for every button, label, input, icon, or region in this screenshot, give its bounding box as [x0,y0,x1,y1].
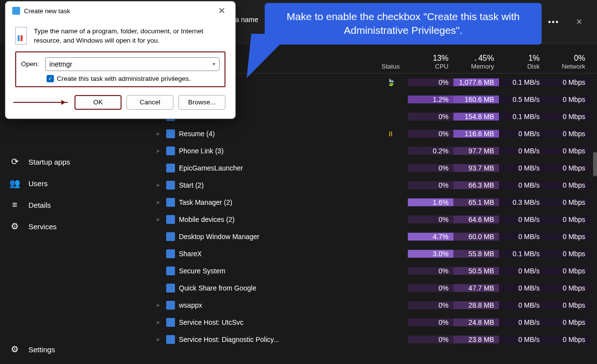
scrollbar[interactable] [593,152,597,176]
col-network[interactable]: 0%Network [545,54,590,70]
cpu-cell: 0% [408,284,453,292]
memory-cell: 50.5 MB [453,267,499,275]
process-icon [166,267,175,275]
memory-cell: 1,077.6 MB [453,78,499,86]
expand-icon[interactable]: > [153,302,162,308]
cpu-cell: 0.2% [408,147,453,155]
process-icon [166,318,175,327]
expand-icon[interactable]: > [153,199,162,205]
chevron-down-icon: ⌄ [473,56,477,62]
process-icon [166,335,175,344]
network-cell: 0 Mbps [545,181,590,189]
cpu-cell: 0% [408,164,453,172]
memory-cell: 93.7 MB [453,164,499,172]
memory-cell: 24.8 MB [453,318,499,326]
expand-icon[interactable]: > [153,131,162,137]
admin-privileges-label: Create this task with administrative pri… [57,75,191,82]
process-icon [166,164,175,172]
process-icon [166,301,175,310]
annotation-arrow [13,102,68,103]
network-cell: 0 Mbps [545,78,590,86]
process-name: Service Host: UtcSvc [179,318,243,326]
process-name: Resume (4) [179,130,215,138]
table-row[interactable]: >Phone Link (3)0.2%97.7 MB0 MB/s0 Mbps [149,142,597,159]
table-row[interactable]: >Service Host: Diagnostic Policy...0%23.… [149,331,597,348]
sidebar-item-services[interactable]: ⚙Services [0,216,149,237]
memory-cell: 64.6 MB [453,216,499,223]
gauge-icon: ⟳ [10,157,20,167]
cpu-cell: 0% [408,267,453,275]
process-icon [166,181,175,190]
disk-cell: 0 MB/s [499,233,545,241]
disk-cell: 0.3 MB/s [499,198,545,206]
disk-cell: 0 MB/s [499,130,545,138]
col-cpu[interactable]: 13%CPU [408,54,453,70]
table-row[interactable]: Quick Share from Google0%47.7 MB0 MB/s0 … [149,279,597,296]
disk-cell: 0 MB/s [499,164,545,172]
disk-cell: 0 MB/s [499,267,545,275]
open-label: Open: [21,60,39,68]
table-row[interactable]: >Task Manager (2)1.6%65.1 MB0.3 MB/s0 Mb… [149,194,597,211]
ok-button[interactable]: OK [75,95,122,110]
network-cell: 0 Mbps [545,233,590,241]
dialog-close-button[interactable]: ✕ [215,5,228,16]
cpu-cell: 0% [408,113,453,121]
process-icon [166,284,175,292]
process-name: Service Host: Diagnostic Policy... [179,336,279,343]
cpu-cell: 3.0% [408,250,453,258]
table-row[interactable]: EpicGamesLauncher0%93.7 MB0 MB/s0 Mbps [149,159,597,176]
cancel-button[interactable]: Cancel [126,95,174,110]
expand-icon[interactable]: > [153,319,162,325]
memory-cell: 28.8 MB [453,301,499,309]
table-row[interactable]: >Resume (4)⏸0%116.6 MB0 MB/s0 Mbps [149,125,597,142]
more-button[interactable]: ••• [548,18,559,26]
network-cell: 0 Mbps [545,113,590,121]
network-cell: 0 Mbps [545,96,590,103]
table-row[interactable]: >Service Host: UtcSvc0%24.8 MB0 MB/s0 Mb… [149,314,597,331]
browse-button[interactable]: Browse... [178,95,225,110]
memory-cell: 160.6 MB [453,96,499,103]
admin-privileges-checkbox[interactable]: ✓ [47,75,54,82]
sidebar-item-settings[interactable]: ⚙Settings [0,339,149,360]
memory-cell: 154.8 MB [453,113,499,121]
chevron-down-icon[interactable]: ▾ [213,61,215,67]
leaf-icon: 🍃 [387,78,395,86]
process-name: Quick Share from Google [179,284,256,292]
network-cell: 0 Mbps [545,250,590,258]
network-cell: 0 Mbps [545,336,590,343]
process-icon [166,232,175,241]
col-disk[interactable]: 1%Disk [499,54,545,70]
sidebar-item-startup[interactable]: ⟳Startup apps [0,151,149,172]
disk-cell: 0.1 MB/s [499,250,545,258]
sidebar-item-users[interactable]: 👥Users [0,172,149,194]
table-row[interactable]: Desktop Window Manager4.7%60.0 MB0 MB/s0… [149,228,597,245]
gear-icon: ⚙ [10,221,20,231]
cpu-cell: 1.2% [408,96,453,103]
table-row[interactable]: >Mobile devices (2)0%64.6 MB0 MB/s0 Mbps [149,211,597,228]
disk-cell: 0 MB/s [499,336,545,343]
cpu-cell: 0% [408,78,453,86]
memory-cell: 23.8 MB [453,336,499,343]
col-status[interactable]: Status [373,63,408,70]
cpu-cell: 0% [408,336,453,343]
cpu-cell: 0% [408,301,453,309]
process-name: Desktop Window Manager [179,233,259,241]
col-memory[interactable]: ⌄45%Memory [453,54,499,70]
table-row[interactable]: >Start (2)0%66.3 MB0 MB/s0 Mbps [149,176,597,194]
disk-cell: 0 MB/s [499,181,545,189]
expand-icon[interactable]: > [153,182,162,188]
table-row[interactable]: Secure System0%50.5 MB0 MB/s0 Mbps [149,262,597,279]
expand-icon[interactable]: > [153,217,162,222]
status-cell: 🍃 [373,78,408,86]
close-window-button[interactable]: ✕ [571,15,587,28]
table-row[interactable]: ShareX3.0%55.8 MB0.1 MB/s0 Mbps [149,245,597,262]
run-icon [15,27,27,45]
expand-icon[interactable]: > [153,148,162,154]
expand-icon[interactable]: > [153,337,162,342]
sidebar-item-details[interactable]: ≡Details [0,194,149,216]
process-name: Task Manager (2) [179,198,232,206]
users-icon: 👥 [10,178,20,188]
table-row[interactable]: >wsappx0%28.8 MB0 MB/s0 Mbps [149,296,597,314]
open-input[interactable]: inetmgr ▾ [45,57,220,71]
dialog-title: Create new task [24,7,215,15]
